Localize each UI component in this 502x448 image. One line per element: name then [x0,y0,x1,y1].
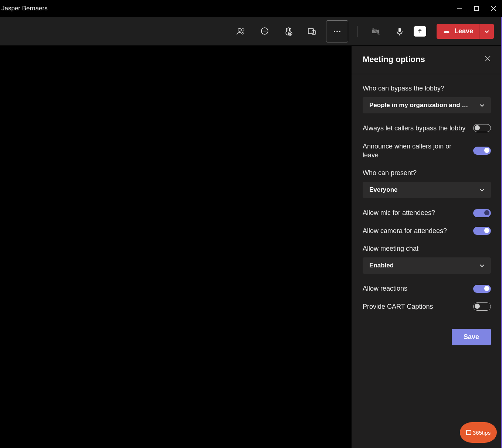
window-controls [451,0,502,17]
close-icon [484,55,491,62]
minimize-button[interactable] [451,0,468,17]
svg-point-8 [288,32,292,35]
allow-camera-toggle[interactable] [473,227,491,235]
mic-button[interactable] [390,22,409,41]
toolbar-separator [357,26,357,37]
allow-mic-label: Allow mic for attendees? [363,208,466,217]
svg-rect-11 [308,28,313,34]
callers-bypass-label: Always let callers bypass the lobby [363,124,466,133]
svg-point-5 [242,28,244,31]
share-button[interactable] [414,26,426,37]
announce-callers-label: Announce when callers join or leave [363,142,466,160]
participants-button[interactable] [231,22,251,41]
people-icon [236,27,246,36]
leave-button[interactable]: Leave [437,24,479,39]
svg-point-9 [289,33,290,33]
rooms-button[interactable] [302,22,322,41]
allow-chat-value: Enabled [369,262,394,269]
svg-rect-18 [398,28,401,32]
who-present-select[interactable]: Everyone [363,182,491,198]
leave-options-button[interactable] [479,24,494,39]
rooms-icon [307,27,317,36]
leave-control: Leave [437,24,494,39]
svg-point-14 [336,31,338,32]
reactions-button[interactable] [279,22,298,41]
allow-chat-label: Allow meeting chat [363,244,491,253]
who-present-label: Who can present? [363,168,491,177]
save-button[interactable]: Save [452,329,491,345]
more-actions-button[interactable] [326,20,348,42]
provide-cart-label: Provide CART Captions [363,302,466,311]
bypass-lobby-value: People in my organization and … [369,102,468,109]
chat-button[interactable] [255,22,274,41]
allow-chat-select[interactable]: Enabled [363,257,491,274]
chevron-down-icon [479,263,485,269]
chevron-down-icon [479,102,485,108]
hangup-icon [442,27,451,35]
window-title: Jasper Bernaers [0,5,48,12]
chat-icon [260,27,269,36]
share-icon [417,28,423,34]
svg-point-13 [334,31,335,32]
mic-icon [395,27,404,36]
chevron-down-icon [484,28,490,34]
svg-point-4 [238,28,241,31]
maximize-button[interactable] [468,0,485,17]
allow-reactions-toggle[interactable] [473,285,491,293]
watermark-text: 365tips [473,430,491,436]
camera-off-icon [371,27,381,36]
camera-button[interactable] [366,22,386,41]
close-button[interactable] [485,0,502,17]
bypass-lobby-select[interactable]: People in my organization and … [363,97,491,113]
meeting-options-panel: Meeting options Who can bypass the lobby… [351,46,502,448]
allow-mic-toggle[interactable] [473,209,491,217]
panel-title: Meeting options [363,55,425,64]
provide-cart-toggle[interactable] [473,302,491,311]
meeting-toolbar: Leave [0,17,502,46]
svg-point-15 [339,31,340,32]
announce-callers-toggle[interactable] [473,147,491,155]
leave-label: Leave [454,27,473,35]
site-watermark: 365tips [460,422,497,443]
raise-hand-icon [284,27,293,36]
svg-rect-1 [475,7,479,11]
meeting-stage [0,46,351,448]
bypass-lobby-label: Who can bypass the lobby? [363,84,491,93]
office-icon [466,430,471,435]
who-present-value: Everyone [369,186,398,194]
chevron-down-icon [479,187,485,193]
ellipsis-icon [332,27,342,36]
close-panel-button[interactable] [484,55,491,64]
allow-camera-label: Allow camera for attendees? [363,226,466,235]
callers-bypass-toggle[interactable] [473,124,491,132]
titlebar: Jasper Bernaers [0,0,502,17]
allow-reactions-label: Allow reactions [363,284,466,293]
svg-point-10 [291,33,291,33]
